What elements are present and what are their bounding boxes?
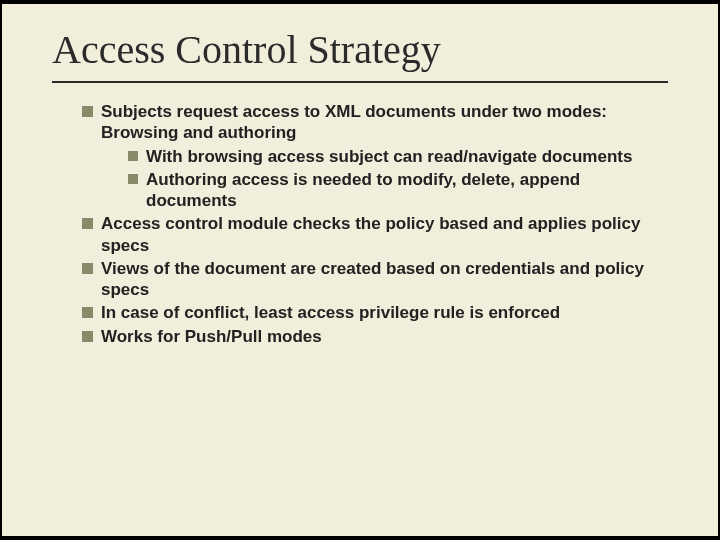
bullet-text: In case of conflict, least access privil…: [101, 302, 560, 323]
square-bullet-icon: [82, 331, 93, 342]
square-bullet-icon: [82, 106, 93, 117]
bullet-item: In case of conflict, least access privil…: [82, 302, 658, 323]
square-bullet-icon: [82, 263, 93, 274]
square-bullet-icon: [82, 307, 93, 318]
bullet-text: Views of the document are created based …: [101, 258, 658, 301]
bullet-text: Works for Push/Pull modes: [101, 326, 322, 347]
slide: Access Control Strategy Subjects request…: [2, 4, 718, 536]
bullet-item: With browsing access subject can read/na…: [128, 146, 658, 167]
slide-content: Subjects request access to XML documents…: [52, 101, 668, 347]
bullet-item: Subjects request access to XML documents…: [82, 101, 658, 144]
bullet-item: Views of the document are created based …: [82, 258, 658, 301]
bullet-item: Access control module checks the policy …: [82, 213, 658, 256]
square-bullet-icon: [128, 151, 138, 161]
sub-list: With browsing access subject can read/na…: [82, 146, 658, 212]
bullet-text: With browsing access subject can read/na…: [146, 146, 632, 167]
bullet-item: Authoring access is needed to modify, de…: [128, 169, 658, 212]
square-bullet-icon: [82, 218, 93, 229]
bullet-text: Authoring access is needed to modify, de…: [146, 169, 658, 212]
bullet-item: Works for Push/Pull modes: [82, 326, 658, 347]
slide-title: Access Control Strategy: [52, 26, 668, 83]
bullet-text: Access control module checks the policy …: [101, 213, 658, 256]
square-bullet-icon: [128, 174, 138, 184]
bullet-text: Subjects request access to XML documents…: [101, 101, 658, 144]
